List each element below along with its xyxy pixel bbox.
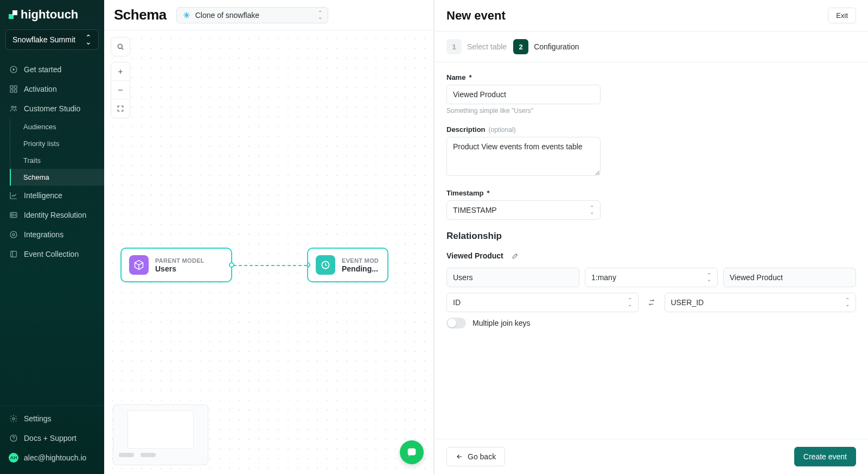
- source-name: Clone of snowflake: [195, 11, 259, 20]
- step-number: 1: [446, 39, 462, 54]
- nav-item-activation[interactable]: Activation: [0, 79, 104, 99]
- svg-rect-11: [11, 251, 17, 257]
- right-key-select[interactable]: USER_ID ⌃⌄: [665, 293, 857, 312]
- create-event-button[interactable]: Create event: [794, 447, 856, 466]
- nav-label: Activation: [24, 85, 57, 93]
- exit-button[interactable]: Exit: [828, 8, 856, 23]
- panel-title: New event: [446, 9, 506, 23]
- arrow-left-icon: [456, 453, 463, 460]
- nav-item-docs[interactable]: Docs + Support: [0, 428, 104, 448]
- main: Schema Clone of snowflake ⌃⌄: [104, 0, 868, 474]
- description-label: Description: [446, 125, 486, 134]
- create-event-label: Create event: [803, 452, 847, 461]
- svg-point-6: [15, 106, 16, 108]
- canvas-search-button[interactable]: [111, 37, 130, 56]
- zoom-out-button[interactable]: [111, 81, 130, 99]
- chart-icon: [9, 191, 18, 200]
- panel-body: Name * Something simple like "Users" Des…: [435, 62, 868, 439]
- fit-view-button[interactable]: [111, 99, 130, 118]
- name-hint: Something simple like "Users": [446, 107, 601, 115]
- schema-canvas[interactable]: PARENT MODEL Users EVENT MOD Pending...: [104, 30, 433, 474]
- go-back-button[interactable]: Go back: [446, 447, 505, 466]
- svg-point-15: [118, 44, 122, 48]
- relationship-name: Viewed Product: [446, 251, 503, 260]
- primary-nav: Get started Activation Customer Studio A…: [0, 58, 104, 405]
- toggle-knob: [448, 319, 456, 327]
- description-textarea[interactable]: [446, 137, 601, 176]
- minimap-viewport: [127, 410, 194, 448]
- nav-label: Get started: [24, 65, 61, 74]
- nav-item-integrations[interactable]: Integrations: [0, 225, 104, 244]
- zoom-in-button[interactable]: [111, 62, 130, 81]
- node-event-model[interactable]: EVENT MOD Pending...: [307, 248, 388, 282]
- nav-item-user[interactable]: AH alec@hightouch.io: [0, 448, 104, 467]
- intercom-chat-button[interactable]: [400, 440, 424, 464]
- minus-icon: [117, 86, 124, 94]
- svg-point-10: [10, 231, 17, 238]
- step-select-table[interactable]: 1 Select table: [446, 39, 507, 54]
- grid-icon: [9, 84, 18, 94]
- field-name: Name * Something simple like "Users": [446, 73, 601, 115]
- chat-icon: [406, 446, 418, 458]
- svg-rect-4: [14, 90, 17, 92]
- cardinality-select[interactable]: 1:many ⌃⌄: [585, 268, 718, 287]
- subnav-item-audiences[interactable]: Audiences: [10, 118, 104, 135]
- multi-join-toggle[interactable]: [446, 318, 466, 328]
- nav-item-get-started[interactable]: Get started: [0, 60, 104, 79]
- edge-parent-to-event: [233, 265, 307, 266]
- brand-name: hightouch: [21, 8, 78, 22]
- subnav-item-traits[interactable]: Traits: [10, 152, 104, 169]
- cube-icon: [129, 255, 149, 275]
- nav-item-intelligence[interactable]: Intelligence: [0, 186, 104, 205]
- users-icon: [9, 104, 18, 113]
- go-back-label: Go back: [468, 452, 496, 461]
- help-icon: [9, 433, 18, 443]
- integration-icon: [9, 230, 18, 239]
- svg-point-14: [13, 440, 14, 440]
- schema-canvas-column: Schema Clone of snowflake ⌃⌄: [104, 0, 434, 474]
- plus-icon: [117, 68, 124, 75]
- subnav-item-schema[interactable]: Schema: [10, 169, 104, 186]
- minimap-node-shadow: [141, 453, 156, 457]
- multi-join-row: Multiple join keys: [446, 318, 856, 328]
- source-picker[interactable]: Clone of snowflake ⌃⌄: [176, 7, 328, 23]
- name-input[interactable]: [446, 85, 601, 104]
- field-timestamp: Timestamp * TIMESTAMP ⌃⌄: [446, 189, 601, 220]
- right-key-value: USER_ID: [671, 298, 704, 307]
- timestamp-select[interactable]: TIMESTAMP ⌃⌄: [446, 200, 601, 220]
- cardinality-value: 1:many: [591, 273, 616, 282]
- nav-label: Settings: [24, 414, 52, 423]
- step-configuration[interactable]: 2 Configuration: [513, 39, 579, 54]
- updown-icon: ⌃⌄: [590, 206, 594, 214]
- edit-relationship-button[interactable]: [509, 249, 522, 262]
- nav-item-event-collection[interactable]: Event Collection: [0, 244, 104, 264]
- left-model-display: Users: [446, 268, 579, 287]
- panel-header: New event Exit: [435, 0, 868, 31]
- updown-icon: ⌃⌄: [707, 273, 711, 282]
- left-key-select[interactable]: ID ⌃⌄: [446, 293, 639, 312]
- updown-icon: ⌃⌄: [628, 298, 632, 307]
- node-handle-left[interactable]: [307, 262, 310, 268]
- required-mark: *: [469, 73, 471, 81]
- workspace-picker[interactable]: Snowflake Summit ⌃⌄: [5, 29, 99, 50]
- right-model-display: Viewed Product: [723, 268, 856, 287]
- svg-rect-3: [10, 90, 13, 92]
- optional-label: (optional): [489, 126, 516, 134]
- nav-item-identity-resolution[interactable]: Identity Resolution: [0, 205, 104, 225]
- svg-rect-1: [10, 86, 13, 89]
- node-parent-model[interactable]: PARENT MODEL Users: [120, 248, 232, 282]
- swap-icon: [644, 298, 659, 307]
- brand: hightouch: [0, 0, 104, 27]
- nav-label: Identity Resolution: [24, 211, 86, 219]
- field-description: Description (optional): [446, 125, 601, 178]
- nav-item-settings[interactable]: Settings: [0, 409, 104, 428]
- nav-item-customer-studio[interactable]: Customer Studio: [0, 99, 104, 118]
- required-mark: *: [487, 189, 489, 197]
- step-label: Select table: [467, 42, 507, 51]
- event-icon: [9, 249, 18, 259]
- node-type-label: EVENT MOD: [342, 257, 379, 264]
- subnav-item-priority-lists[interactable]: Priority lists: [10, 135, 104, 152]
- new-event-panel: New event Exit 1 Select table 2 Configur…: [434, 0, 868, 474]
- relationship-keys-row: ID ⌃⌄ USER_ID ⌃⌄: [446, 293, 856, 312]
- canvas-minimap[interactable]: [113, 405, 208, 465]
